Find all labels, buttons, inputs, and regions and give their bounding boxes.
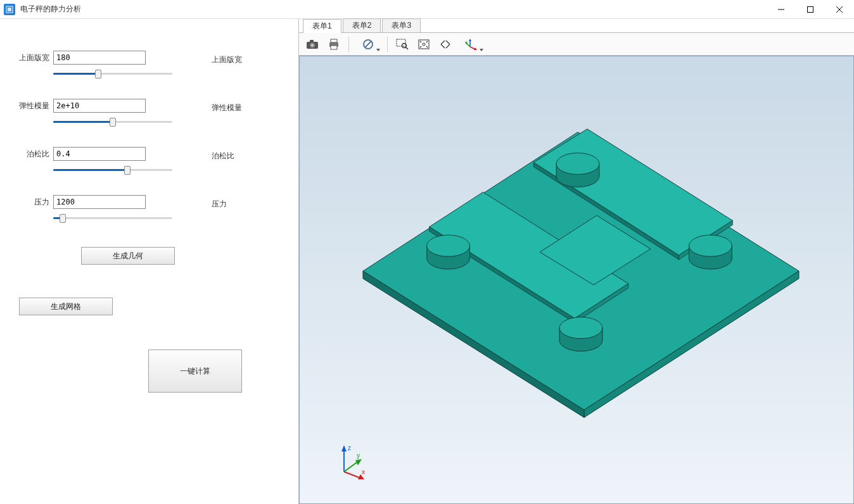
- generate-mesh-button[interactable]: 生成网格: [19, 298, 113, 315]
- param-row-poisson: 泊松比泊松比: [15, 147, 283, 176]
- axes-icon[interactable]: [457, 35, 485, 53]
- param-right-label: 泊松比: [193, 147, 234, 161]
- param-slider-poisson[interactable]: [53, 165, 172, 176]
- parameter-panel: 上面版宽上面版宽弹性模量弹性模量泊松比泊松比压力压力 生成几何 生成网格 一键计…: [0, 19, 299, 504]
- titlebar: 电子秤的静力分析: [0, 0, 854, 19]
- axis-y-label: y: [357, 452, 360, 459]
- svg-line-14: [365, 41, 371, 47]
- param-row-modulus: 弹性模量弹性模量: [15, 99, 283, 128]
- svg-rect-1: [8, 8, 11, 11]
- fit-view-icon[interactable]: [414, 35, 433, 53]
- zoom-window-icon[interactable]: [393, 35, 412, 53]
- window-title: 电子秤的静力分析: [19, 4, 81, 15]
- svg-point-55: [559, 317, 602, 339]
- param-slider-pressure[interactable]: [53, 213, 172, 224]
- svg-line-24: [466, 43, 470, 47]
- param-label: 泊松比: [15, 149, 51, 160]
- param-label: 上面版宽: [15, 53, 51, 63]
- app-icon: [4, 4, 15, 15]
- svg-rect-3: [808, 6, 813, 12]
- model-geometry: [300, 56, 853, 503]
- param-slider-width[interactable]: [53, 68, 172, 80]
- svg-rect-15: [397, 39, 405, 46]
- param-right-label: 压力: [193, 195, 227, 210]
- viewport-3d[interactable]: z x y: [299, 56, 854, 504]
- no-symbol-icon[interactable]: [354, 35, 382, 53]
- maximize-button[interactable]: [796, 0, 825, 19]
- tab-form-3[interactable]: 表单3: [382, 18, 421, 32]
- minimize-button[interactable]: [767, 0, 796, 19]
- param-input-pressure[interactable]: [53, 195, 146, 209]
- svg-rect-11: [331, 39, 337, 42]
- param-input-modulus[interactable]: [53, 99, 146, 113]
- param-label: 弹性模量: [15, 101, 51, 111]
- svg-line-60: [344, 462, 358, 472]
- viewport-toolbar: [299, 33, 854, 56]
- camera-icon[interactable]: [303, 35, 322, 53]
- axis-x-label: x: [362, 469, 365, 476]
- tab-form-1[interactable]: 表单1: [303, 19, 341, 33]
- param-row-width: 上面版宽上面版宽: [15, 51, 283, 80]
- param-right-label: 上面版宽: [193, 51, 242, 65]
- right-panel: 表单1表单2表单3: [299, 19, 854, 504]
- param-right-label: 弹性模量: [193, 99, 242, 113]
- axis-triad: z x y: [331, 443, 369, 481]
- svg-marker-57: [341, 445, 347, 451]
- tab-form-2[interactable]: 表单2: [343, 18, 381, 32]
- svg-rect-12: [331, 46, 337, 49]
- svg-point-50: [427, 235, 470, 256]
- svg-rect-7: [310, 40, 314, 42]
- tabs-row: 表单1表单2表单3: [299, 19, 854, 33]
- svg-marker-21: [469, 39, 471, 41]
- print-icon[interactable]: [324, 35, 343, 53]
- svg-line-58: [344, 472, 360, 478]
- toolbar-separator: [387, 37, 388, 52]
- zoom-extents-icon[interactable]: [436, 35, 455, 53]
- toolbar-separator: [348, 37, 349, 52]
- svg-line-17: [406, 47, 409, 49]
- svg-point-9: [311, 44, 314, 46]
- one-click-calc-button[interactable]: 一键计算: [148, 350, 242, 393]
- param-slider-modulus[interactable]: [53, 117, 172, 128]
- svg-marker-61: [355, 459, 362, 465]
- svg-point-45: [689, 235, 732, 256]
- svg-point-40: [556, 153, 599, 175]
- param-input-poisson[interactable]: [53, 147, 146, 161]
- generate-geometry-button[interactable]: 生成几何: [81, 247, 175, 265]
- param-row-pressure: 压力压力: [15, 195, 283, 224]
- param-input-width[interactable]: [53, 51, 146, 65]
- axis-z-label: z: [348, 444, 351, 451]
- close-button[interactable]: [825, 0, 854, 19]
- param-label: 压力: [15, 197, 51, 208]
- svg-point-19: [423, 43, 425, 46]
